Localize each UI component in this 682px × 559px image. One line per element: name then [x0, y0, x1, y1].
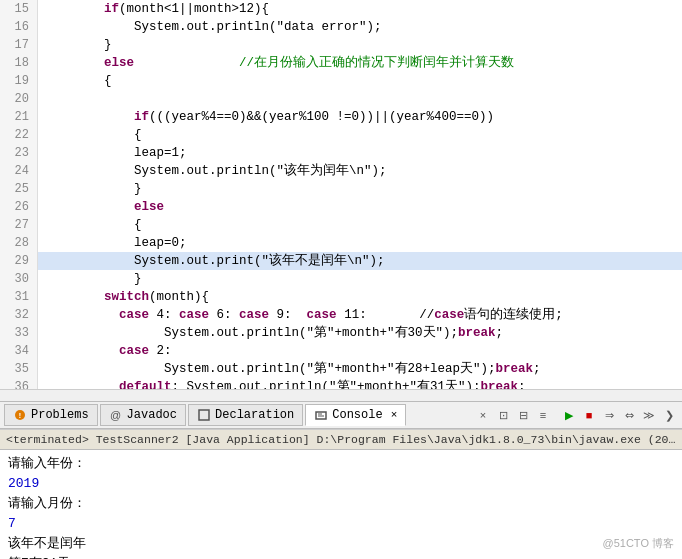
line-number: 26	[0, 198, 38, 216]
pin-btn[interactable]: ❯	[660, 406, 678, 424]
code-line: 16 System.out.println("data error");	[0, 18, 682, 36]
expand-btn[interactable]: ≫	[640, 406, 658, 424]
line-content: default: System.out.println("第"+month+"有…	[38, 378, 526, 389]
line-number: 16	[0, 18, 38, 36]
line-number: 35	[0, 360, 38, 378]
console-tab-close[interactable]: ×	[391, 409, 398, 421]
code-lines: 15 if(month<1||month>12){16 System.out.p…	[0, 0, 682, 389]
code-line: 22 {	[0, 126, 682, 144]
code-line: 15 if(month<1||month>12){	[0, 0, 682, 18]
console-header: <terminated> TestScanner2 [Java Applicat…	[0, 430, 682, 450]
console-line: 第7有31天	[8, 554, 674, 559]
console-maximize-btn[interactable]: ⊟	[514, 406, 532, 424]
line-number: 25	[0, 180, 38, 198]
tab-declaration[interactable]: Declaration	[188, 404, 303, 426]
horizontal-scrollbar[interactable]	[0, 389, 682, 401]
line-content: else //在月份输入正确的情况下判断闰年并计算天数	[38, 54, 514, 72]
line-number: 33	[0, 324, 38, 342]
line-content: case 4: case 6: case 9: case 11: //case语…	[38, 306, 563, 324]
code-line: 36 default: System.out.println("第"+month…	[0, 378, 682, 389]
line-content: {	[38, 126, 142, 144]
code-line: 17 }	[0, 36, 682, 54]
line-number: 24	[0, 162, 38, 180]
line-content: {	[38, 72, 112, 90]
problems-tab-label: Problems	[31, 408, 89, 422]
line-number: 28	[0, 234, 38, 252]
declaration-tab-label: Declaration	[215, 408, 294, 422]
line-content: }	[38, 36, 112, 54]
line-content: System.out.println("第"+month+"有30天");bre…	[38, 324, 503, 342]
code-line: 26 else	[0, 198, 682, 216]
code-line: 35 System.out.println("第"+month+"有28+lea…	[0, 360, 682, 378]
code-line: 28 leap=0;	[0, 234, 682, 252]
stop-btn[interactable]: ■	[580, 406, 598, 424]
tab-bar: !Problems@JavadocDeclarationConsole× × ⊡…	[0, 401, 682, 429]
svg-text:!: !	[18, 411, 23, 420]
line-content: }	[38, 180, 142, 198]
line-content: switch(month){	[38, 288, 209, 306]
line-content: }	[38, 270, 142, 288]
console-content: 请输入年份：2019请输入月份：7该年不是闰年第7有31天	[0, 450, 682, 559]
console-line: 请输入月份：	[8, 494, 674, 513]
line-content: System.out.print("该年不是闰年\n");	[38, 252, 385, 270]
console-line: 7	[8, 514, 674, 533]
console-minimize-btn[interactable]: ⊡	[494, 406, 512, 424]
console-tab-label: Console	[332, 408, 382, 422]
line-number: 36	[0, 378, 38, 389]
code-line: 29 System.out.print("该年不是闰年\n");	[0, 252, 682, 270]
console-icon	[314, 408, 328, 422]
code-line: 27 {	[0, 216, 682, 234]
code-editor: 15 if(month<1||month>12){16 System.out.p…	[0, 0, 682, 401]
problems-icon: !	[13, 408, 27, 422]
console-line: 请输入年份：	[8, 454, 674, 473]
line-number: 20	[0, 90, 38, 108]
code-line: 25 }	[0, 180, 682, 198]
code-line: 19 {	[0, 72, 682, 90]
line-content: if(((year%4==0)&&(year%100 !=0))||(year%…	[38, 108, 494, 126]
console-close-btn[interactable]: ×	[474, 406, 492, 424]
line-content: leap=1;	[38, 144, 187, 162]
line-number: 15	[0, 0, 38, 18]
step-btn[interactable]: ⇒	[600, 406, 618, 424]
line-number: 18	[0, 54, 38, 72]
line-number: 23	[0, 144, 38, 162]
line-number: 27	[0, 216, 38, 234]
view-menu-btn[interactable]: ≡	[534, 406, 552, 424]
line-content: else	[38, 198, 164, 216]
tab-problems[interactable]: !Problems	[4, 404, 98, 426]
line-number: 17	[0, 36, 38, 54]
code-line: 24 System.out.println("该年为闰年\n");	[0, 162, 682, 180]
line-number: 34	[0, 342, 38, 360]
line-content: System.out.println("第"+month+"有28+leap天"…	[38, 360, 541, 378]
line-number: 30	[0, 270, 38, 288]
line-number: 31	[0, 288, 38, 306]
line-content: leap=0;	[38, 234, 187, 252]
step2-btn[interactable]: ⇔	[620, 406, 638, 424]
tab-bar-right: × ⊡ ⊟ ≡ ▶ ■ ⇒ ⇔ ≫ ❯	[474, 406, 678, 424]
line-number: 32	[0, 306, 38, 324]
code-line: 31 switch(month){	[0, 288, 682, 306]
line-content: case 2:	[38, 342, 172, 360]
code-line: 20	[0, 90, 682, 108]
code-line: 23 leap=1;	[0, 144, 682, 162]
javadoc-icon: @	[109, 408, 123, 422]
tab-console[interactable]: Console×	[305, 404, 406, 426]
console-line: 2019	[8, 474, 674, 493]
tab-javadoc[interactable]: @Javadoc	[100, 404, 186, 426]
declaration-icon	[197, 408, 211, 422]
console-area: <terminated> TestScanner2 [Java Applicat…	[0, 429, 682, 559]
code-line: 32 case 4: case 6: case 9: case 11: //ca…	[0, 306, 682, 324]
line-number: 29	[0, 252, 38, 270]
run-btn[interactable]: ▶	[560, 406, 578, 424]
line-content: if(month<1||month>12){	[38, 0, 269, 18]
code-line: 33 System.out.println("第"+month+"有30天");…	[0, 324, 682, 342]
code-line: 21 if(((year%4==0)&&(year%100 !=0))||(ye…	[0, 108, 682, 126]
code-line: 34 case 2:	[0, 342, 682, 360]
line-content: System.out.println("该年为闰年\n");	[38, 162, 387, 180]
console-line: 该年不是闰年	[8, 534, 674, 553]
watermark: @51CTO 博客	[603, 536, 674, 551]
svg-rect-2	[199, 410, 209, 420]
javadoc-tab-label: Javadoc	[127, 408, 177, 422]
code-line: 30 }	[0, 270, 682, 288]
line-number: 22	[0, 126, 38, 144]
